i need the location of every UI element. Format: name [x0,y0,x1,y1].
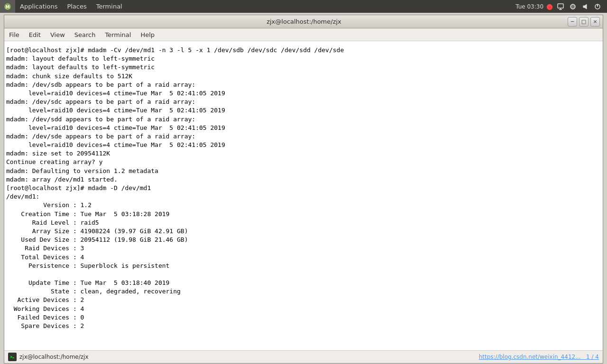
volume-icon[interactable] [580,2,590,11]
system-bar-left: M Applications Places Terminal [0,0,127,13]
window-controls: − □ × [568,17,600,27]
statusbar-right: https://blog.csdn.net/weixin_4412... 1 /… [479,354,599,360]
terminal-output: [root@localhost zjx]# mdadm -Cv /dev/md1… [6,46,601,330]
page-number: 1 / 4 [586,354,599,360]
terminal-menu[interactable]: Terminal [92,0,127,13]
close-button[interactable]: × [590,17,600,27]
svg-marker-8 [583,4,587,9]
window-title: zjx@localhost:/home/zjx [40,18,568,25]
network-icon[interactable] [568,2,578,11]
places-menu[interactable]: Places [62,0,91,13]
statusbar-left: zjx@localhost:/home/zjx [8,353,88,361]
menu-search[interactable]: Search [70,28,101,41]
menu-view[interactable]: View [46,28,70,41]
menu-help[interactable]: Help [136,28,159,41]
terminal-tab-icon [8,353,17,361]
datetime: Tue 03:30 [515,3,543,10]
tab-label[interactable]: zjx@localhost:/home/zjx [19,354,88,360]
system-bar: M Applications Places Terminal Tue 03:30… [0,0,607,13]
menu-terminal[interactable]: Terminal [100,28,136,41]
minimize-button[interactable]: − [568,17,577,27]
svg-rect-2 [558,4,563,8]
maximize-button[interactable]: □ [579,17,589,27]
statusbar: zjx@localhost:/home/zjx https://blog.csd… [4,350,603,363]
titlebar: zjx@localhost:/home/zjx − □ × [4,15,603,28]
page-link[interactable]: https://blog.csdn.net/weixin_4412... [479,354,581,360]
menubar: File Edit View Search Terminal Help [4,28,603,41]
terminal-area[interactable]: [root@localhost zjx]# mdadm -Cv /dev/md1… [4,41,603,350]
svg-text:M: M [6,5,10,9]
mate-logo[interactable]: M [0,0,15,13]
record-dot: ● [546,2,553,11]
display-icon[interactable] [556,2,565,11]
menu-file[interactable]: File [4,28,24,41]
menu-edit[interactable]: Edit [24,28,46,41]
terminal-window: zjx@localhost:/home/zjx − □ × File Edit … [4,15,603,364]
applications-menu[interactable]: Applications [15,0,62,13]
system-bar-right: Tue 03:30 ● [515,2,607,11]
power-icon[interactable] [593,2,602,11]
